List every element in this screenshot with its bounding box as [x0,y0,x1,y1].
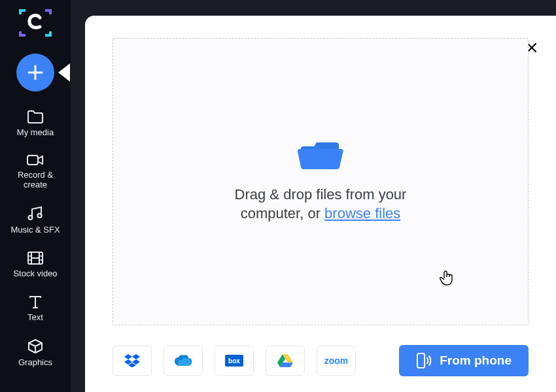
film-reel-icon [27,251,44,265]
sidebar-item-music-sfx[interactable]: Music & SFX [0,206,71,235]
googledrive-icon [277,353,293,368]
sidebar-item-text[interactable]: Text [0,295,71,323]
sidebar-item-stock-video[interactable]: Stock video [0,251,71,279]
sidebar-item-label: Music & SFX [10,225,60,235]
integration-box[interactable]: box [215,346,254,376]
plus-icon [27,64,44,81]
phone-broadcast-icon [416,352,432,369]
browse-files-link[interactable]: browse files [324,205,400,221]
integration-googledrive[interactable] [266,346,305,376]
svg-rect-11 [417,353,425,368]
integration-dropbox[interactable] [113,346,152,376]
sidebar-item-label: Text [27,313,43,323]
folder-icon [27,110,44,124]
sidebar-item-my-media[interactable]: My media [0,110,71,138]
dropzone-text: Drag & drop files from your computer, or… [235,186,407,223]
sidebar-item-label: My media [17,128,54,138]
upload-modal: Drag & drop files from your computer, or… [85,16,556,392]
cube-icon [27,338,44,354]
zoom-icon: zoom [324,355,349,366]
pointer-cursor-icon [439,270,453,286]
integration-zoom[interactable]: zoom [317,346,356,376]
video-camera-icon [26,154,44,167]
folder-open-icon [297,140,344,171]
sidebar-item-record-create[interactable]: Record & create [0,154,71,190]
from-phone-label: From phone [440,353,512,368]
sidebar-item-graphics[interactable]: Graphics [0,338,71,368]
integration-row: box zoom From phone [113,345,529,376]
svg-rect-0 [27,155,38,165]
music-note-icon [27,206,44,221]
svg-point-1 [29,216,33,220]
onedrive-icon [173,354,193,367]
box-icon: box [225,355,243,367]
sidebar-item-label: Stock video [13,269,57,279]
sidebar-item-label: Record & create [18,171,53,190]
text-t-icon [28,295,43,309]
integration-onedrive[interactable] [164,346,203,376]
app-logo [19,9,52,37]
sidebar: My media Record & create Music & SFX Sto… [0,0,71,392]
dropzone[interactable]: Drag & drop files from your computer, or… [113,38,529,325]
from-phone-button[interactable]: From phone [399,345,529,376]
add-button[interactable] [16,54,54,91]
svg-point-2 [38,214,42,218]
sidebar-item-label: Graphics [18,358,52,368]
dropbox-icon [124,353,141,368]
